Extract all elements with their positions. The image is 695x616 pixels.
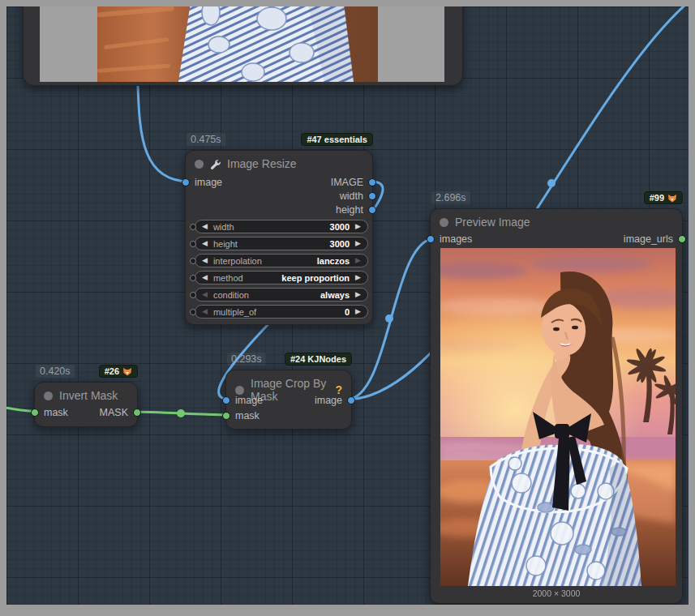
widget-value[interactable]: 3000 (330, 239, 350, 249)
badge-label: #26 (105, 366, 119, 376)
widget-label: height (213, 239, 238, 249)
input-socket-icon[interactable] (31, 409, 39, 417)
wire-midpoint-dot (547, 179, 556, 187)
widget-method[interactable]: ◀ method keep proportion ▶ (195, 271, 368, 284)
widget-input-toggle-icon[interactable] (190, 241, 196, 247)
output-socket-icon[interactable] (347, 396, 355, 404)
collapse-dot-icon[interactable] (44, 391, 53, 400)
node-id-badge: #26 (99, 365, 138, 378)
invert-mask-node[interactable]: 0.420s #26 Invert Mask (34, 364, 138, 427)
widget-label: multiple_of (213, 307, 256, 317)
port-height-output[interactable]: height (336, 203, 376, 216)
output-socket-icon[interactable] (678, 235, 686, 243)
wire-midpoint-dot (177, 409, 185, 417)
decrement-arrow-icon[interactable]: ◀ (202, 274, 208, 281)
execution-time: 2.696s (431, 191, 470, 204)
collapse-dot-icon[interactable] (235, 386, 244, 395)
fox-icon (122, 367, 132, 376)
output-socket-icon[interactable] (133, 409, 141, 417)
decrement-arrow-icon[interactable]: ◀ (202, 257, 208, 264)
image-resize-node[interactable]: 0.475s #47 essentials Image Resize (185, 132, 373, 325)
node-title-bar[interactable]: Preview Image (431, 209, 682, 230)
widget-value[interactable]: keep proportion (281, 273, 350, 283)
badge-label: #99 (650, 193, 664, 203)
port-label: width (340, 190, 363, 202)
node-title: Invert Mask (59, 389, 118, 402)
port-label: image (315, 395, 342, 406)
widget-condition[interactable]: ◀ condition always ▶ (195, 288, 368, 302)
widget-multiple-of[interactable]: ◀ multiple_of 0 ▶ (195, 305, 368, 319)
image-crop-by-mask-node[interactable]: 0.293s #24 KJNodes Image Crop By Mask ? … (225, 352, 352, 430)
input-socket-icon[interactable] (182, 178, 190, 186)
port-mask-input[interactable]: mask (31, 406, 68, 419)
output-socket-icon[interactable] (368, 192, 376, 200)
collapse-dot-icon[interactable] (195, 160, 204, 169)
node-id-badge: #47 essentials (301, 133, 373, 146)
node-title-bar[interactable]: Image Resize (186, 151, 372, 172)
port-image-output[interactable]: image (315, 394, 355, 407)
badge-label: #24 KJNodes (290, 354, 346, 364)
port-images-input[interactable]: images (427, 233, 472, 246)
node-title-bar[interactable]: Invert Mask (35, 383, 137, 404)
badge-label: #47 essentials (307, 135, 367, 144)
widget-input-toggle-icon[interactable] (190, 292, 196, 298)
port-label: image (235, 395, 263, 406)
preview-image (440, 248, 676, 586)
node-title: Image Resize (227, 157, 297, 170)
decrement-arrow-icon[interactable]: ◀ (202, 240, 208, 247)
widget-input-toggle-icon[interactable] (190, 224, 196, 230)
widget-input-toggle-icon[interactable] (190, 309, 196, 315)
port-label: mask (44, 407, 68, 418)
image-letterbox (40, 6, 444, 82)
increment-arrow-icon[interactable]: ▶ (355, 308, 361, 315)
decrement-arrow-icon[interactable]: ◀ (202, 223, 208, 230)
increment-arrow-icon[interactable]: ▶ (355, 223, 361, 230)
output-socket-icon[interactable] (368, 178, 376, 186)
node-graph-canvas[interactable]: 0.475s #47 essentials Image Resize (6, 6, 689, 605)
wrench-icon (210, 159, 221, 169)
widget-width[interactable]: ◀ width 3000 ▶ (195, 220, 368, 233)
port-mask-input[interactable]: mask (222, 409, 260, 422)
wire-midpoint-dot (385, 314, 393, 323)
widget-label: interpolation (213, 256, 262, 266)
increment-arrow-icon[interactable]: ▶ (355, 291, 361, 298)
partial-image-node[interactable] (23, 6, 463, 86)
widget-input-toggle-icon[interactable] (190, 258, 196, 264)
widget-value[interactable]: 0 (345, 307, 350, 317)
decrement-arrow-icon[interactable]: ◀ (202, 308, 208, 315)
port-image-urls-output[interactable]: image_urls (624, 233, 686, 246)
graph-world: 0.475s #47 essentials Image Resize (6, 6, 689, 605)
widget-interpolation[interactable]: ◀ interpolation lanczos ▶ (195, 254, 368, 267)
execution-time: 0.420s (36, 365, 75, 378)
input-socket-icon[interactable] (222, 412, 230, 420)
image-size-caption: 2000 × 3000 (431, 588, 682, 598)
port-label: IMAGE (331, 177, 363, 188)
wire-topimage-to-resize[interactable] (138, 86, 190, 182)
port-width-output[interactable]: width (340, 190, 376, 203)
input-socket-icon[interactable] (427, 235, 435, 243)
port-image-output[interactable]: IMAGE (331, 176, 376, 189)
increment-arrow-icon[interactable]: ▶ (355, 240, 361, 247)
node-id-badge: #99 (644, 191, 683, 204)
increment-arrow-icon[interactable]: ▶ (355, 274, 361, 281)
collapse-dot-icon[interactable] (440, 218, 448, 227)
widget-value[interactable]: lanczos (317, 256, 350, 266)
port-image-input[interactable]: image (182, 176, 222, 189)
output-socket-icon[interactable] (368, 206, 376, 214)
widget-height[interactable]: ◀ height 3000 ▶ (195, 237, 368, 250)
widget-value[interactable]: always (320, 290, 350, 300)
port-label: images (440, 233, 472, 245)
port-image-input[interactable]: image (222, 394, 263, 407)
port-label: height (336, 204, 363, 216)
port-mask-output[interactable]: MASK (100, 406, 141, 419)
increment-arrow-icon[interactable]: ▶ (355, 257, 361, 264)
input-socket-icon[interactable] (222, 396, 230, 404)
widget-input-toggle-icon[interactable] (190, 275, 196, 281)
widget-value[interactable]: 3000 (330, 222, 350, 232)
node-title: Preview Image (455, 216, 530, 229)
execution-time: 0.293s (227, 353, 266, 366)
decrement-arrow-icon[interactable]: ◀ (202, 291, 208, 298)
port-label: image_urls (624, 233, 673, 245)
preview-image-node[interactable]: 2.696s #99 Preview Image (430, 190, 683, 604)
widget-label: method (213, 273, 243, 283)
